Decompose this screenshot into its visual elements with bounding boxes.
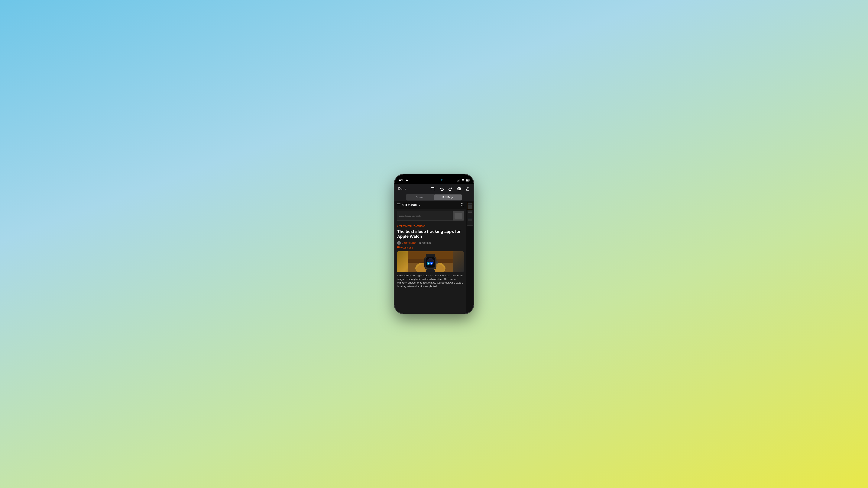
ad-placeholder-text: keep achieving your goals bbox=[399, 215, 421, 217]
thumb-line-4 bbox=[468, 208, 472, 208]
comments-link[interactable]: 0 Comments bbox=[397, 246, 464, 250]
battery-indicator: 28 bbox=[466, 179, 469, 182]
site-logo[interactable]: 9TO5Mac bbox=[402, 203, 417, 207]
tag-apple-watch[interactable]: APPLE WATCH bbox=[397, 225, 412, 227]
article-meta: Chance Miller | 41 mins ago bbox=[397, 241, 464, 245]
signal-bar-3 bbox=[459, 180, 459, 182]
hamburger-menu-icon[interactable] bbox=[397, 203, 400, 207]
svg-rect-22 bbox=[426, 254, 435, 257]
author-avatar bbox=[397, 241, 401, 245]
page-content: 9TO5Mac ▾ keep achieving your goa bbox=[395, 201, 466, 314]
thumb-3-line-2 bbox=[468, 219, 472, 220]
article-tags: APPLE WATCH WATCHOS 7 bbox=[397, 225, 464, 227]
status-bar: 4:15 ▶ bbox=[395, 174, 473, 184]
ad-image bbox=[453, 211, 464, 221]
wifi-icon bbox=[462, 179, 465, 182]
thumb-2-image bbox=[468, 210, 472, 212]
view-mode-selector: Screen Full Page bbox=[395, 194, 473, 201]
crop-icon[interactable] bbox=[431, 187, 435, 191]
ad-content: keep achieving your goals bbox=[397, 211, 464, 221]
comment-icon bbox=[397, 246, 400, 250]
status-time: 4:15 ▶ bbox=[399, 178, 408, 182]
delete-icon[interactable] bbox=[457, 187, 461, 191]
thumb-3-image bbox=[468, 220, 472, 221]
page-thumbnail-sidebar bbox=[466, 201, 473, 314]
done-button[interactable]: Done bbox=[398, 187, 406, 191]
thumbnail-current[interactable] bbox=[467, 202, 473, 209]
svg-rect-2 bbox=[397, 203, 400, 204]
svg-rect-20 bbox=[436, 260, 438, 264]
meta-separator: | bbox=[417, 241, 417, 244]
location-icon: ▶ bbox=[406, 179, 408, 182]
signal-strength bbox=[457, 179, 460, 182]
svg-rect-3 bbox=[397, 205, 400, 205]
article-title: The best sleep tracking apps for Apple W… bbox=[397, 229, 464, 239]
thumb-line-1 bbox=[468, 203, 472, 204]
article-timestamp: 41 mins ago bbox=[418, 241, 431, 244]
article-body-text: Sleep tracking with Apple Watch is a gre… bbox=[397, 274, 464, 288]
dynamic-island-indicator bbox=[441, 179, 442, 181]
thumb-2-line-2 bbox=[468, 213, 472, 213]
thumb-2-line-1 bbox=[468, 212, 472, 213]
segment-wrap: Screen Full Page bbox=[406, 194, 462, 200]
thumb-content bbox=[467, 202, 473, 209]
thumb-line-2 bbox=[468, 204, 472, 204]
ad-banner: keep achieving your goals bbox=[397, 211, 464, 221]
svg-line-6 bbox=[463, 205, 464, 206]
ad-text-area: keep achieving your goals bbox=[397, 214, 453, 218]
thumb-line-3 bbox=[468, 205, 472, 205]
status-icons: 28 bbox=[457, 179, 469, 182]
time-display: 4:15 bbox=[399, 178, 405, 182]
undo-icon[interactable] bbox=[440, 187, 444, 191]
dynamic-island bbox=[424, 176, 444, 183]
screen-tab[interactable]: Screen bbox=[406, 194, 434, 200]
signal-bar-2 bbox=[458, 180, 459, 182]
article-section: APPLE WATCH WATCHOS 7 The best sleep tra… bbox=[395, 222, 466, 314]
svg-rect-17 bbox=[428, 263, 429, 264]
thumb-3-content bbox=[467, 218, 473, 225]
tag-watchos7[interactable]: WATCHOS 7 bbox=[414, 225, 426, 227]
svg-rect-21 bbox=[426, 269, 435, 272]
thumb-2-content bbox=[467, 210, 473, 217]
signal-bar-1 bbox=[457, 181, 458, 182]
screenshot-toolbar: Done bbox=[395, 184, 473, 194]
author-name[interactable]: Chance Miller bbox=[402, 241, 416, 244]
nav-left: 9TO5Mac ▾ bbox=[397, 203, 420, 207]
comment-count[interactable]: 0 Comments bbox=[400, 247, 413, 249]
full-page-tab[interactable]: Full Page bbox=[434, 194, 462, 200]
thumb-lines bbox=[467, 203, 473, 209]
svg-point-5 bbox=[461, 203, 463, 205]
site-navbar: 9TO5Mac ▾ bbox=[395, 201, 466, 209]
search-icon[interactable] bbox=[460, 203, 464, 207]
svg-rect-4 bbox=[397, 206, 400, 206]
battery-percent: 28 bbox=[466, 179, 468, 181]
phone-device: 4:15 ▶ bbox=[395, 174, 473, 314]
logo-dropdown-icon[interactable]: ▾ bbox=[419, 204, 420, 206]
thumbnail-2[interactable] bbox=[467, 210, 473, 218]
thumbnail-3[interactable] bbox=[467, 218, 473, 226]
phone-screen: 4:15 ▶ bbox=[395, 174, 473, 314]
toolbar-actions bbox=[431, 187, 470, 191]
article-hero-image bbox=[397, 251, 464, 272]
redo-icon[interactable] bbox=[448, 187, 453, 191]
svg-rect-19 bbox=[431, 263, 432, 264]
thumb-3-line-1 bbox=[468, 219, 472, 219]
signal-bar-4 bbox=[460, 179, 460, 182]
content-area: 9TO5Mac ▾ keep achieving your goa bbox=[395, 201, 473, 314]
share-icon[interactable] bbox=[466, 187, 470, 191]
thumb-image-placeholder bbox=[468, 205, 472, 208]
